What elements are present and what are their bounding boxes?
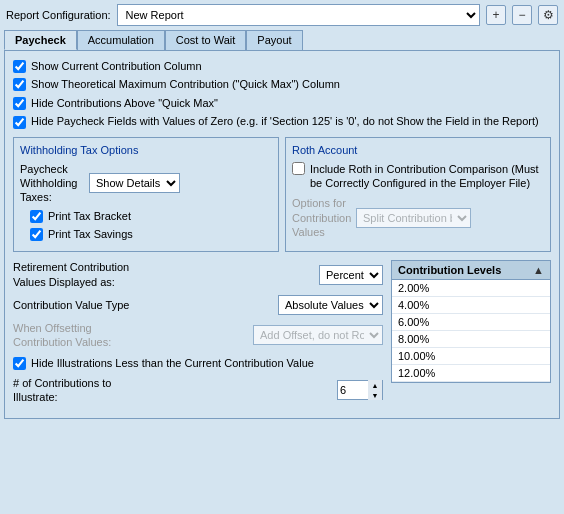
retirement-select[interactable]: Percent [319,265,383,285]
roth-options-label: Options forContributionValues [292,196,352,239]
withholding-panel-title: Withholding Tax Options [20,144,272,156]
cb-hide-above-qm[interactable] [13,97,26,110]
cb-hide-zero-fields[interactable] [13,116,26,129]
roth-contribution-select[interactable]: Split Contribution between Ac [356,208,471,228]
sort-arrow-icon: ▲ [533,264,544,276]
contribution-row-4[interactable]: 8.00% [392,331,550,348]
checkbox-hide-zero-fields: Hide Paycheck Fields with Values of Zero… [13,114,551,129]
contribution-row-3[interactable]: 6.00% [392,314,550,331]
cb-show-theoretical-label: Show Theoretical Maximum Contribution ("… [31,77,340,91]
paycheck-withholding-row: PaycheckWithholdingTaxes: Show Details [20,162,272,205]
top-bar: Report Configuration: New Report + − ⚙ [0,0,564,30]
when-offsetting-select[interactable]: Add Offset, do not Round [253,325,383,345]
add-report-button[interactable]: + [486,5,506,25]
contribution-levels-header-label: Contribution Levels [398,264,501,276]
cb-print-tax-bracket-label: Print Tax Bracket [48,209,131,223]
spinner-buttons: ▲ ▼ [368,380,382,400]
withholding-panel: Withholding Tax Options PaycheckWithhold… [13,137,279,252]
remove-report-button[interactable]: − [512,5,532,25]
tab-payout[interactable]: Payout [246,30,302,50]
cb-print-tax-savings[interactable] [30,228,43,241]
num-contributions-label: # of Contributions toIllustrate: [13,376,331,405]
cb-show-theoretical[interactable] [13,78,26,91]
cb-include-roth[interactable] [292,162,305,175]
paycheck-withholding-label: PaycheckWithholdingTaxes: [20,162,85,205]
right-bottom: Contribution Levels ▲ 2.00% 4.00% 6.00% … [391,260,551,410]
print-tax-bracket-row: Print Tax Bracket [30,209,272,223]
two-panels: Withholding Tax Options PaycheckWithhold… [13,137,551,252]
retirement-label: Retirement ContributionValues Displayed … [13,260,313,289]
contribution-type-row: Contribution Value Type Absolute Values [13,295,383,315]
contribution-row-6[interactable]: 12.00% [392,365,550,382]
roth-checkbox-row: Include Roth in Contribution Comparison … [292,162,544,191]
retirement-row: Retirement ContributionValues Displayed … [13,260,383,289]
cb-hide-above-qm-label: Hide Contributions Above "Quick Max" [31,96,218,110]
cb-show-current[interactable] [13,60,26,73]
config-report-button[interactable]: ⚙ [538,5,558,25]
roth-options-row: Options forContributionValues Split Cont… [292,196,544,239]
spinner-up-button[interactable]: ▲ [368,380,382,390]
left-bottom: Retirement ContributionValues Displayed … [13,260,383,410]
checkbox-hide-above-qm: Hide Contributions Above "Quick Max" [13,96,551,110]
print-tax-savings-row: Print Tax Savings [30,227,272,241]
contribution-row-1[interactable]: 2.00% [392,280,550,297]
cb-hide-zero-fields-label: Hide Paycheck Fields with Values of Zero… [31,114,539,128]
when-offsetting-label: When OffsettingContribution Values: [13,321,247,350]
tab-accumulation[interactable]: Accumulation [77,30,165,50]
checkbox-show-current: Show Current Contribution Column [13,59,551,73]
num-contributions-spinner: ▲ ▼ [337,380,383,400]
contribution-type-select[interactable]: Absolute Values [278,295,383,315]
contribution-table-header[interactable]: Contribution Levels ▲ [392,261,550,280]
tab-paycheck[interactable]: Paycheck [4,30,77,50]
tabs: Paycheck Accumulation Cost to Wait Payou… [0,30,564,50]
report-config-label: Report Configuration: [6,9,111,21]
contribution-type-label: Contribution Value Type [13,298,272,312]
cb-hide-illustrations[interactable] [13,357,26,370]
report-select[interactable]: New Report [117,4,480,26]
cb-include-roth-label: Include Roth in Contribution Comparison … [310,162,544,191]
num-contributions-input[interactable] [338,381,368,399]
cb-print-tax-bracket[interactable] [30,210,43,223]
tab-content: Show Current Contribution Column Show Th… [4,50,560,419]
roth-panel: Roth Account Include Roth in Contributio… [285,137,551,252]
bottom-section: Retirement ContributionValues Displayed … [13,260,551,410]
tab-cost-to-wait[interactable]: Cost to Wait [165,30,247,50]
withholding-select[interactable]: Show Details [89,173,180,193]
contribution-row-2[interactable]: 4.00% [392,297,550,314]
cb-print-tax-savings-label: Print Tax Savings [48,227,133,241]
hide-illustrations-row: Hide Illustrations Less than the Current… [13,356,383,370]
when-offsetting-row: When OffsettingContribution Values: Add … [13,321,383,350]
cb-show-current-label: Show Current Contribution Column [31,59,202,73]
num-contributions-row: # of Contributions toIllustrate: ▲ ▼ [13,376,383,405]
checkbox-show-theoretical: Show Theoretical Maximum Contribution ("… [13,77,551,91]
cb-hide-illustrations-label: Hide Illustrations Less than the Current… [31,356,314,370]
roth-panel-title: Roth Account [292,144,544,156]
spinner-down-button[interactable]: ▼ [368,390,382,400]
contribution-table: Contribution Levels ▲ 2.00% 4.00% 6.00% … [391,260,551,383]
contribution-row-5[interactable]: 10.00% [392,348,550,365]
